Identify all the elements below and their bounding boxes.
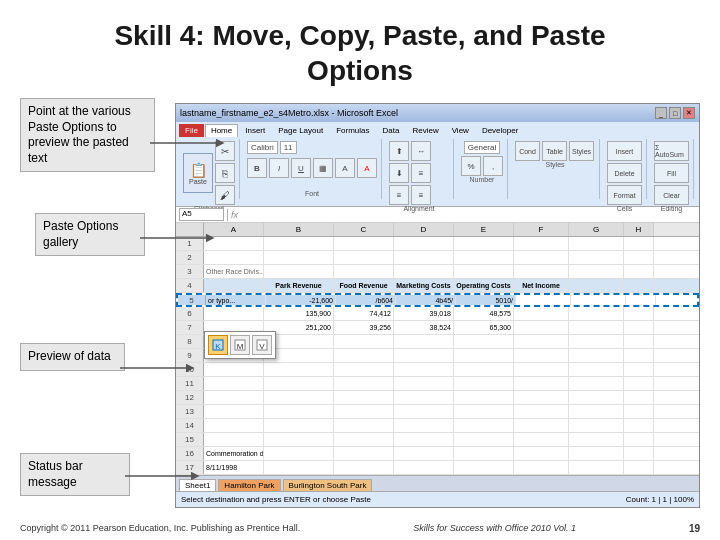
align-center-button[interactable]: ≡ xyxy=(389,185,409,205)
cell-g8[interactable] xyxy=(569,335,624,348)
tab-data[interactable]: Data xyxy=(377,124,406,137)
cell-f7[interactable] xyxy=(514,321,569,334)
insert-cells-button[interactable]: Insert xyxy=(607,141,642,161)
col-header-e[interactable]: E xyxy=(454,223,514,236)
cell-f9[interactable] xyxy=(514,349,569,362)
cell-h9[interactable] xyxy=(624,349,654,362)
paste-option-values-only[interactable]: V xyxy=(252,335,272,355)
cell-f3[interactable] xyxy=(514,265,569,278)
cell-h10[interactable] xyxy=(624,363,654,376)
col-header-g[interactable]: G xyxy=(569,223,624,236)
cell-b12[interactable] xyxy=(264,391,334,404)
italic-button[interactable]: I xyxy=(269,158,289,178)
font-name-select[interactable]: Calibri xyxy=(247,141,278,154)
cell-e15[interactable] xyxy=(454,433,514,446)
cell-a13[interactable] xyxy=(204,405,264,418)
cell-e2[interactable] xyxy=(454,251,514,264)
format-painter-button[interactable]: 🖌 xyxy=(215,185,235,205)
cell-h12[interactable] xyxy=(624,391,654,404)
fill-color-button[interactable]: A xyxy=(335,158,355,178)
cell-h4[interactable] xyxy=(624,279,654,292)
cell-e14[interactable] xyxy=(454,419,514,432)
cell-e12[interactable] xyxy=(454,391,514,404)
cell-h7[interactable] xyxy=(624,321,654,334)
underline-button[interactable]: U xyxy=(291,158,311,178)
cell-d4[interactable]: Marketing Costs xyxy=(394,279,454,292)
cell-b11[interactable] xyxy=(264,377,334,390)
tab-review[interactable]: Review xyxy=(406,124,444,137)
cell-e17[interactable] xyxy=(454,461,514,474)
cell-e16[interactable] xyxy=(454,447,514,460)
cell-h17[interactable] xyxy=(624,461,654,474)
tab-view[interactable]: View xyxy=(446,124,475,137)
cell-f17[interactable] xyxy=(514,461,569,474)
cell-f16[interactable] xyxy=(514,447,569,460)
cell-c8[interactable] xyxy=(334,335,394,348)
cell-b15[interactable] xyxy=(264,433,334,446)
cell-h15[interactable] xyxy=(624,433,654,446)
cell-f10[interactable] xyxy=(514,363,569,376)
cell-g10[interactable] xyxy=(569,363,624,376)
cell-g7[interactable] xyxy=(569,321,624,334)
cell-c9[interactable] xyxy=(334,349,394,362)
cell-h11[interactable] xyxy=(624,377,654,390)
cell-b14[interactable] xyxy=(264,419,334,432)
cell-c11[interactable] xyxy=(334,377,394,390)
cell-b16[interactable] xyxy=(264,447,334,460)
cell-c2[interactable] xyxy=(334,251,394,264)
cell-h5[interactable] xyxy=(626,295,656,305)
percent-button[interactable]: % xyxy=(461,156,481,176)
cell-a14[interactable] xyxy=(204,419,264,432)
cell-c10[interactable] xyxy=(334,363,394,376)
cell-g14[interactable] xyxy=(569,419,624,432)
cell-g9[interactable] xyxy=(569,349,624,362)
cell-g16[interactable] xyxy=(569,447,624,460)
cell-g13[interactable] xyxy=(569,405,624,418)
cell-f2[interactable] xyxy=(514,251,569,264)
paste-option-keep-source[interactable]: K xyxy=(208,335,228,355)
cell-g15[interactable] xyxy=(569,433,624,446)
cell-a10[interactable] xyxy=(204,363,264,376)
close-button[interactable]: ✕ xyxy=(683,107,695,119)
cell-b1[interactable] xyxy=(264,237,334,250)
cell-e3[interactable] xyxy=(454,265,514,278)
cell-e10[interactable] xyxy=(454,363,514,376)
cell-d13[interactable] xyxy=(394,405,454,418)
cell-g3[interactable] xyxy=(569,265,624,278)
number-format-select[interactable]: General xyxy=(464,141,500,154)
cell-g17[interactable] xyxy=(569,461,624,474)
cell-h3[interactable] xyxy=(624,265,654,278)
copy-button[interactable]: ⎘ xyxy=(215,163,235,183)
col-header-d[interactable]: D xyxy=(394,223,454,236)
cell-h14[interactable] xyxy=(624,419,654,432)
tab-formulas[interactable]: Formulas xyxy=(330,124,375,137)
cell-c15[interactable] xyxy=(334,433,394,446)
cell-g4[interactable] xyxy=(569,279,624,292)
cell-d5[interactable]: 4b45/ xyxy=(396,295,456,305)
cell-f4[interactable]: Net Income xyxy=(514,279,569,292)
cell-styles-button[interactable]: Styles xyxy=(569,141,594,161)
cell-g12[interactable] xyxy=(569,391,624,404)
col-header-b[interactable]: B xyxy=(264,223,334,236)
cell-e8[interactable] xyxy=(454,335,514,348)
cell-a5[interactable]: or typo... xyxy=(206,295,266,305)
conditional-formatting-button[interactable]: Cond xyxy=(515,141,540,161)
col-header-h[interactable]: H xyxy=(624,223,654,236)
minimize-button[interactable]: _ xyxy=(655,107,667,119)
cell-c1[interactable] xyxy=(334,237,394,250)
align-top-button[interactable]: ⬆ xyxy=(389,141,409,161)
cell-d16[interactable] xyxy=(394,447,454,460)
cell-d6[interactable]: 39,018 xyxy=(394,307,454,320)
cell-d7[interactable]: 38,524 xyxy=(394,321,454,334)
col-header-f[interactable]: F xyxy=(514,223,569,236)
cell-g6[interactable] xyxy=(569,307,624,320)
cell-f15[interactable] xyxy=(514,433,569,446)
cell-d14[interactable] xyxy=(394,419,454,432)
cell-d1[interactable] xyxy=(394,237,454,250)
cell-h13[interactable] xyxy=(624,405,654,418)
cell-c12[interactable] xyxy=(334,391,394,404)
cell-a11[interactable] xyxy=(204,377,264,390)
cell-d12[interactable] xyxy=(394,391,454,404)
cell-h8[interactable] xyxy=(624,335,654,348)
border-button[interactable]: ▦ xyxy=(313,158,333,178)
